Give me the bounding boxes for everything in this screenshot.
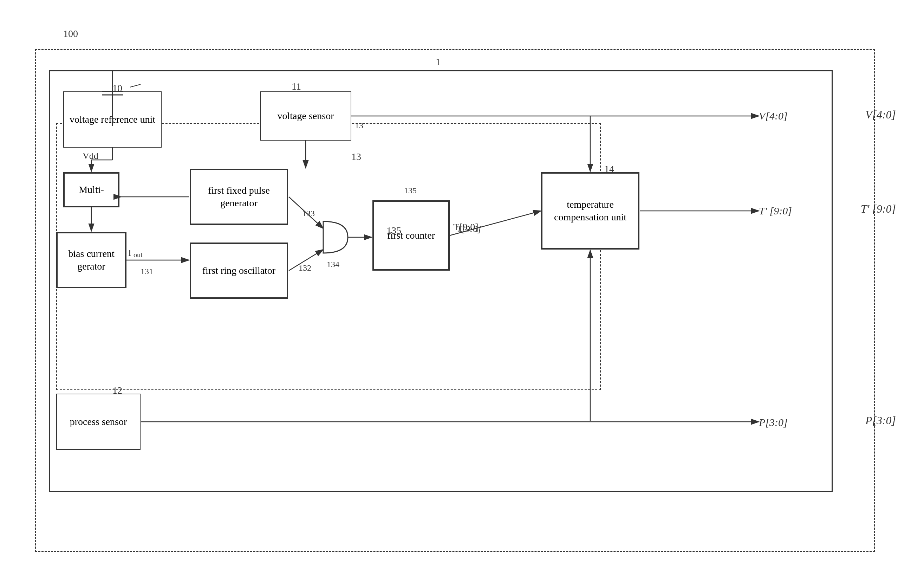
ref-11: 11 (292, 81, 301, 92)
inner-dashed-box (56, 123, 601, 390)
temp-compensation-box: temperature compensation unit (541, 172, 639, 249)
first-fixed-pulse-label: first fixed pulse generator (194, 184, 284, 210)
diagram-container: 100 1 voltage reference unit 10 voltage … (21, 21, 903, 569)
first-ring-oscillator-label: first ring oscillator (202, 264, 276, 277)
process-sensor-box: process sensor (56, 394, 140, 450)
process-sensor-label: process sensor (70, 415, 127, 428)
bias-current-label: bias current gerator (60, 248, 122, 273)
voltage-sensor-box: voltage sensor (260, 91, 351, 140)
ref-12: 12 (112, 385, 122, 396)
temp-compensation-label: temperature compensation unit (545, 198, 635, 224)
voltage-reference-label: voltage reference unit (69, 113, 155, 126)
ref-135: 135 (386, 225, 401, 236)
multiplier-box: Multi- (63, 172, 119, 207)
ref-14: 14 (604, 164, 614, 175)
ref-13: 13 (351, 151, 361, 162)
v-output-label: V[4:0] (865, 108, 896, 121)
voltage-sensor-label: voltage sensor (277, 110, 334, 122)
t-prime-output-label: T' [9:0] (861, 202, 896, 215)
t-signal-label: T[9:0] (453, 221, 478, 233)
first-ring-oscillator-box: first ring oscillator (190, 243, 288, 299)
label-1: 1 (436, 56, 441, 68)
bias-current-box: bias current gerator (56, 232, 127, 288)
p-output-label: P[3:0] (865, 414, 896, 427)
label-100: 100 (63, 28, 78, 40)
first-fixed-pulse-box: first fixed pulse generator (190, 169, 288, 225)
multiplier-label: Multi- (79, 183, 104, 196)
voltage-reference-box: voltage reference unit (63, 91, 162, 148)
ref-10: 10 (112, 83, 122, 94)
first-counter-box: first counter (373, 200, 450, 271)
